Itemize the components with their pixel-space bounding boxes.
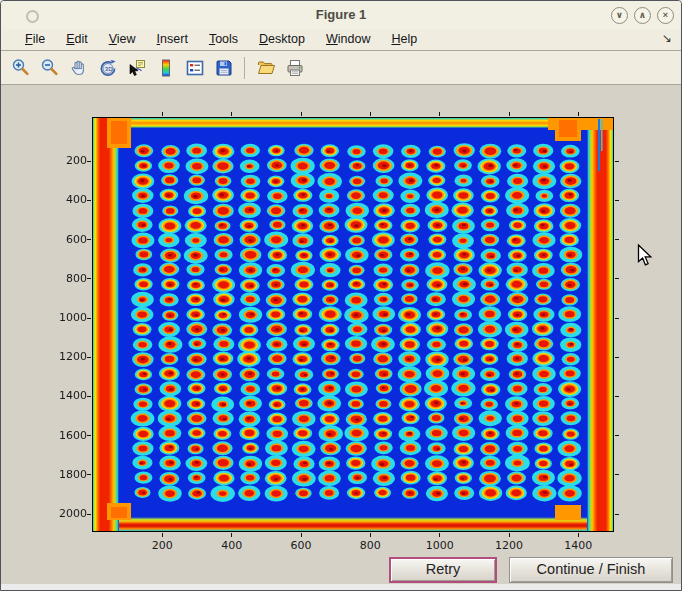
x-tick: [162, 533, 163, 537]
x-tick: [301, 533, 302, 537]
y-tick-label: 2000: [39, 507, 87, 520]
y-tick-right: [615, 357, 619, 358]
x-tick-label: 1000: [418, 539, 462, 552]
x-tick-label: 800: [348, 539, 392, 552]
y-tick-label: 800: [39, 272, 87, 285]
retry-button[interactable]: Retry: [389, 557, 497, 583]
continue-finish-button[interactable]: Continue / Finish: [509, 557, 673, 583]
menu-tools[interactable]: Tools: [198, 29, 248, 48]
y-tick-label: 1400: [39, 389, 87, 402]
figure-window: Figure 1 ∨∧× FileEditViewInsertToolsDesk…: [0, 0, 682, 591]
save-icon[interactable]: [211, 56, 236, 80]
y-tick-label: 600: [39, 233, 87, 246]
close-button[interactable]: ×: [657, 7, 674, 24]
window-title: Figure 1: [1, 1, 681, 29]
x-tick: [370, 533, 371, 537]
toolbar-separator: [244, 57, 245, 79]
axes-box: [92, 117, 614, 532]
y-tick: [87, 239, 91, 240]
y-tick-right: [615, 200, 619, 201]
y-tick: [87, 435, 91, 436]
x-tick-label: 1200: [487, 539, 531, 552]
x-tick-label: 200: [140, 539, 184, 552]
y-tick-label: 1200: [39, 350, 87, 363]
menu-overflow-arrow-icon[interactable]: ↘: [662, 31, 672, 45]
window-controls: ∨∧×: [611, 7, 674, 24]
menu-desktop[interactable]: Desktop: [248, 29, 315, 48]
svg-text:3D: 3D: [104, 65, 112, 71]
print-icon[interactable]: [282, 56, 307, 80]
y-tick: [87, 357, 91, 358]
y-tick-right: [615, 239, 619, 240]
shade-button[interactable]: ∨: [611, 7, 628, 24]
y-tick-right: [615, 435, 619, 436]
insert-legend-icon[interactable]: [182, 56, 207, 80]
y-tick-right: [615, 161, 619, 162]
figure-toolbar: 3D: [1, 51, 681, 85]
menu-file[interactable]: File: [14, 29, 55, 48]
y-tick-label: 1000: [39, 311, 87, 324]
menu-items: FileEditViewInsertToolsDesktopWindowHelp: [1, 29, 681, 48]
menu-bar: FileEditViewInsertToolsDesktopWindowHelp…: [1, 29, 681, 51]
heatmap-image: [93, 118, 613, 531]
y-tick-label: 1800: [39, 468, 87, 481]
data-cursor-icon[interactable]: [124, 56, 149, 80]
y-tick-right: [615, 474, 619, 475]
y-tick-right: [615, 278, 619, 279]
y-tick-right: [615, 318, 619, 319]
colorbar-icon[interactable]: [153, 56, 178, 80]
window-menu-icon[interactable]: [26, 10, 39, 23]
x-tick: [439, 533, 440, 537]
y-tick-right: [615, 514, 619, 515]
pan-icon[interactable]: [66, 56, 91, 80]
x-tick-top: [439, 112, 440, 116]
y-tick-right: [615, 396, 619, 397]
y-tick: [87, 318, 91, 319]
menu-window[interactable]: Window: [315, 29, 380, 48]
x-tick-label: 1400: [556, 539, 600, 552]
x-tick: [509, 533, 510, 537]
title-bar: Figure 1 ∨∧×: [1, 1, 681, 29]
x-tick: [231, 533, 232, 537]
y-tick: [87, 200, 91, 201]
x-tick-top: [231, 112, 232, 116]
x-tick-top: [509, 112, 510, 116]
x-tick-top: [162, 112, 163, 116]
zoom-out-icon[interactable]: [37, 56, 62, 80]
y-tick-label: 200: [39, 154, 87, 167]
mouse-cursor-icon: [637, 244, 653, 268]
x-tick-label: 600: [279, 539, 323, 552]
x-tick-top: [578, 112, 579, 116]
menu-view[interactable]: View: [98, 29, 146, 48]
x-tick-top: [370, 112, 371, 116]
rotate-3d-icon[interactable]: 3D: [95, 56, 120, 80]
y-tick: [87, 474, 91, 475]
menu-insert[interactable]: Insert: [146, 29, 198, 48]
y-tick-label: 1600: [39, 429, 87, 442]
window-bottom-edge: [1, 584, 681, 590]
x-tick-top: [301, 112, 302, 116]
unshade-button[interactable]: ∧: [634, 7, 651, 24]
menu-edit[interactable]: Edit: [55, 29, 98, 48]
y-tick: [87, 396, 91, 397]
zoom-in-icon[interactable]: [8, 56, 33, 80]
open-folder-icon[interactable]: [253, 56, 278, 80]
y-tick-label: 400: [39, 193, 87, 206]
menu-help[interactable]: Help: [380, 29, 427, 48]
x-tick-label: 400: [210, 539, 254, 552]
x-tick: [578, 533, 579, 537]
y-tick: [87, 161, 91, 162]
y-tick: [87, 278, 91, 279]
y-tick: [87, 514, 91, 515]
